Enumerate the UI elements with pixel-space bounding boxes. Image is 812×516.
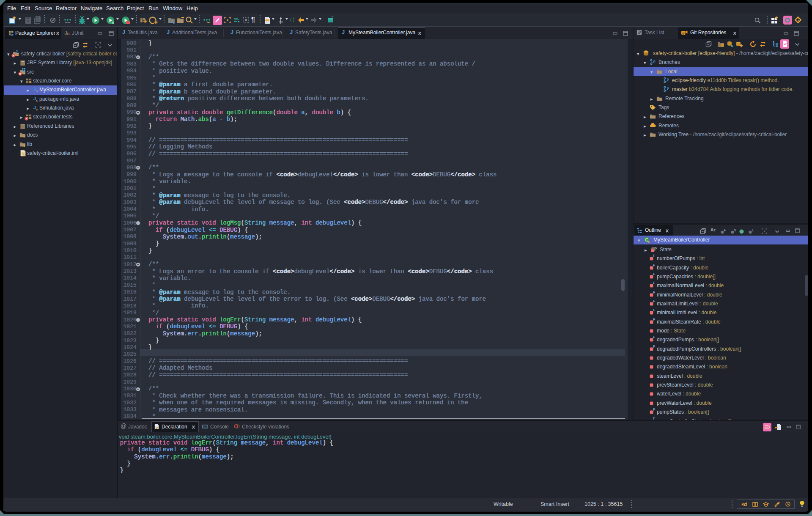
svg-text:L: L (752, 228, 754, 232)
svg-text:S: S (734, 228, 737, 232)
svg-text:F: F (724, 228, 726, 232)
svg-text:git: git (682, 31, 686, 35)
